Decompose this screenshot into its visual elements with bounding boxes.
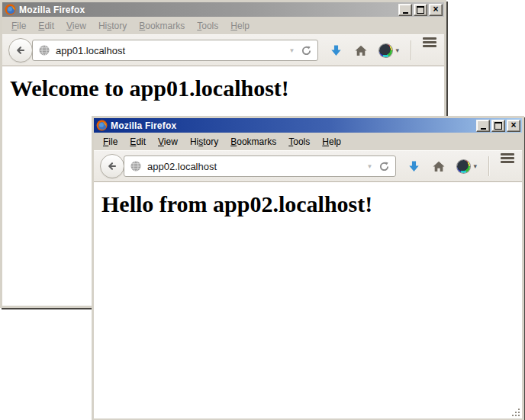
home-icon — [354, 44, 368, 57]
url-text[interactable]: app02.localhost — [147, 161, 364, 172]
maximize-button[interactable] — [491, 120, 505, 132]
back-button[interactable] — [100, 154, 124, 178]
close-icon: × — [511, 120, 516, 130]
download-arrow-icon — [330, 44, 343, 57]
menu-file[interactable]: File — [97, 135, 124, 149]
menubar-app01: File Edit View History Bookmarks Tools H… — [2, 17, 444, 34]
back-arrow-icon — [106, 160, 118, 172]
back-button[interactable] — [8, 38, 33, 63]
color-wheel-extension-icon — [457, 160, 470, 173]
menu-history[interactable]: History — [92, 19, 133, 33]
close-icon: × — [433, 5, 438, 14]
menu-help[interactable]: Help — [224, 19, 256, 33]
site-identity-globe-icon[interactable] — [130, 160, 142, 172]
extension-button[interactable]: ▾ — [379, 44, 399, 57]
download-arrow-icon — [407, 160, 420, 173]
minimize-button[interactable] — [476, 120, 490, 132]
site-identity-globe-icon[interactable] — [38, 44, 50, 56]
menu-tools[interactable]: Tools — [191, 19, 224, 33]
app-menu-button[interactable] — [501, 159, 514, 174]
menu-history[interactable]: History — [184, 135, 224, 149]
close-button[interactable]: × — [429, 4, 443, 16]
url-bar[interactable]: app01.localhost ▼ — [32, 40, 318, 61]
maximize-icon — [494, 122, 502, 130]
home-icon — [432, 160, 446, 173]
url-text[interactable]: app01.localhost — [56, 45, 286, 56]
toolbar-separator — [411, 40, 411, 60]
home-button[interactable] — [354, 44, 368, 57]
window-title: Mozilla Firefox — [111, 120, 476, 131]
maximize-button[interactable] — [414, 4, 427, 16]
color-wheel-extension-icon — [379, 44, 392, 57]
toolbar-separator — [488, 156, 489, 176]
minimize-button[interactable] — [398, 4, 412, 16]
hamburger-icon — [423, 37, 436, 40]
menu-bookmarks[interactable]: Bookmarks — [224, 135, 282, 149]
hamburger-icon — [501, 153, 514, 155]
back-arrow-icon — [14, 44, 27, 56]
minimize-icon — [403, 12, 408, 14]
extension-caret-icon: ▾ — [473, 162, 477, 170]
maximize-icon — [417, 6, 424, 14]
menu-view[interactable]: View — [152, 135, 184, 149]
url-dropdown-icon[interactable]: ▼ — [289, 47, 295, 54]
menu-edit[interactable]: Edit — [32, 19, 60, 33]
home-button[interactable] — [432, 160, 446, 173]
close-button[interactable]: × — [507, 120, 520, 132]
page-heading: Hello from app02.localhost! — [101, 191, 522, 217]
window-title: Mozilla Firefox — [19, 5, 398, 15]
desktop: Mozilla Firefox × File Edit View History… — [0, 0, 525, 420]
reload-icon[interactable] — [301, 45, 312, 56]
browser-window-app02: Mozilla Firefox × File Edit View History… — [92, 116, 524, 420]
page-content-app02: Hello from app02.localhost! — [94, 182, 522, 418]
menu-view[interactable]: View — [60, 19, 92, 33]
page-heading: Welcome to app01.localhost! — [10, 75, 444, 101]
titlebar-app01[interactable]: Mozilla Firefox × — [2, 2, 444, 17]
menu-tools[interactable]: Tools — [282, 135, 316, 149]
firefox-logo-icon — [96, 120, 108, 131]
firefox-logo-icon — [5, 4, 16, 15]
extension-button[interactable]: ▾ — [457, 160, 477, 173]
menu-bookmarks[interactable]: Bookmarks — [133, 19, 191, 33]
extension-caret-icon: ▾ — [395, 46, 399, 54]
nav-toolbar-app01: app01.localhost ▼ — [2, 34, 444, 66]
app-menu-button[interactable] — [423, 43, 436, 58]
downloads-button[interactable] — [407, 160, 420, 173]
nav-toolbar-app02: app02.localhost ▼ — [94, 150, 522, 182]
url-dropdown-icon[interactable]: ▼ — [367, 163, 373, 170]
menu-file[interactable]: File — [5, 19, 32, 33]
url-bar[interactable]: app02.localhost ▼ — [124, 155, 396, 177]
reload-icon[interactable] — [378, 161, 390, 172]
menu-edit[interactable]: Edit — [124, 135, 152, 149]
resize-grip[interactable] — [511, 408, 521, 418]
downloads-button[interactable] — [330, 44, 343, 57]
titlebar-app02[interactable]: Mozilla Firefox × — [94, 118, 522, 133]
menu-help[interactable]: Help — [316, 135, 347, 149]
minimize-icon — [481, 128, 486, 130]
menubar-app02: File Edit View History Bookmarks Tools H… — [94, 133, 522, 150]
